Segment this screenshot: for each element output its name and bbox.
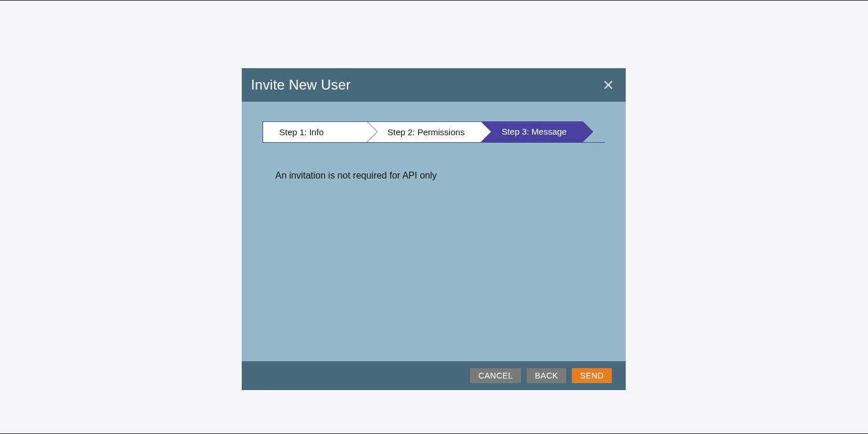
back-button[interactable]: BACK	[527, 368, 566, 383]
modal-footer: CANCEL BACK SEND	[242, 361, 626, 390]
wizard-step-label: Step 2: Permissions	[367, 122, 481, 143]
page-top-rule	[0, 0, 868, 1]
wizard-steps: Step 1: Info Step 2: Permissions Step 3:…	[263, 121, 605, 143]
invitation-not-required-text: An invitation is not required for API on…	[275, 170, 626, 181]
wizard-step-label: Step 1: Info	[263, 122, 340, 143]
wizard-step-info[interactable]: Step 1: Info	[263, 121, 367, 142]
modal-title: Invite New User	[251, 77, 350, 93]
close-button[interactable]	[600, 77, 616, 93]
wizard-step-label: Step 3: Message	[481, 121, 583, 142]
invite-new-user-modal: Invite New User Step 1: Info Step 2: Per…	[242, 68, 626, 390]
modal-body: Step 1: Info Step 2: Permissions Step 3:…	[242, 121, 626, 361]
close-icon	[604, 80, 613, 90]
wizard-step-message[interactable]: Step 3: Message	[481, 121, 583, 142]
wizard-step-permissions[interactable]: Step 2: Permissions	[367, 121, 481, 142]
cancel-button[interactable]: CANCEL	[470, 368, 521, 383]
send-button[interactable]: SEND	[572, 368, 612, 383]
modal-header: Invite New User	[242, 68, 626, 102]
